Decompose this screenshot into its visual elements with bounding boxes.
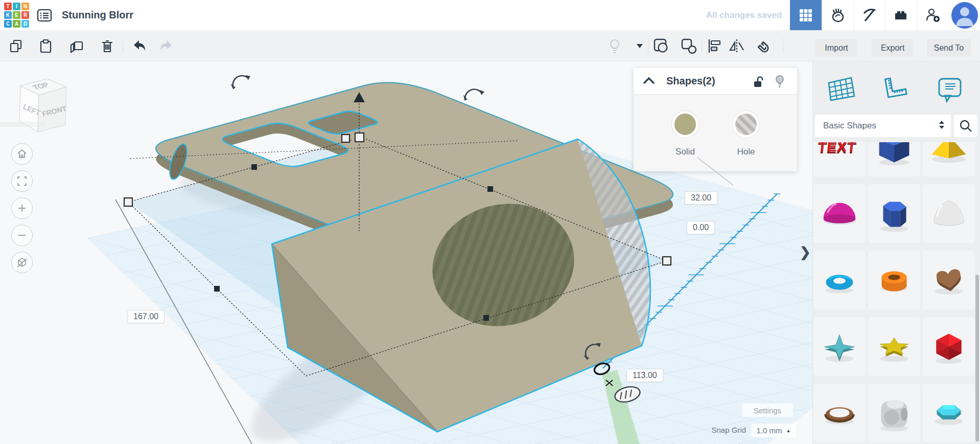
notes-tool-button[interactable] [931,71,968,110]
collapse-chevron-icon[interactable] [643,76,655,86]
design-menu-button[interactable] [34,5,55,26]
solid-swatch[interactable] [672,111,698,138]
tinkercad-app: TOP LEFT FRONT 32.00 0.00 167.00 113.00 … [0,0,980,444]
shape-category-select[interactable]: Basic Shapes [815,115,951,137]
delete-icon[interactable] [99,38,115,54]
shape-tile-box[interactable] [868,142,920,176]
hole-swatch[interactable] [733,111,759,138]
dim-label-width[interactable]: 113.00 [626,369,663,382]
gallery-scrollbar[interactable] [975,275,979,441]
snap-grid-label: Snap Grid [674,426,746,434]
logo-tile: R [21,11,29,19]
copy-icon[interactable] [8,38,25,54]
settings-button[interactable]: Settings [742,404,793,417]
send-to-button[interactable]: Send To [927,39,971,57]
edit-toolbar: Import Export Send To [0,30,980,61]
shape-tile-roof[interactable] [923,142,975,176]
lightbulb-icon[interactable] [774,74,787,91]
grid-view-button[interactable] [790,0,822,30]
view-cube[interactable]: TOP LEFT FRONT [0,79,67,132]
align-icon[interactable] [707,38,723,54]
shape-tile-star4[interactable] [813,317,866,376]
shape-category-value: Basic Shapes [823,121,876,131]
header-bar: TINKERCAD Stunning Blorr All changes sav… [0,0,980,30]
logo-tile: A [13,20,20,28]
inspector-body: Solid Hole [634,95,797,171]
home-view-button[interactable] [11,143,33,165]
shape-tile-gem[interactable] [923,384,975,442]
perspective-toggle-button[interactable] [11,252,33,273]
panel-expand-chevron[interactable]: ❯ [800,245,811,260]
duplicate-icon[interactable] [68,38,85,54]
mirror-icon[interactable] [728,38,744,54]
fit-view-button[interactable] [11,170,33,192]
ruler-tool-button[interactable] [876,71,913,110]
zoom-out-button[interactable] [11,225,33,246]
group-icon[interactable] [652,38,669,54]
shape-tile-half-sphere[interactable] [813,184,866,243]
shape-tile-tube[interactable] [868,251,920,309]
avatar[interactable] [950,1,979,30]
magnet-icon[interactable] [754,38,770,54]
select-caret-icon [939,120,945,132]
shape-tile-star[interactable] [868,317,920,376]
dim-label-height[interactable]: 32.00 [685,191,717,205]
shape-library-panel: Basic Shapes TEXT TEXT [812,61,980,444]
dim-label-length[interactable]: 167.00 [127,310,165,323]
inspector-title: Shapes(2) [666,75,715,87]
hole-label: Hole [715,147,777,157]
logo-tile: D [21,20,29,28]
sim-lab-hand-button[interactable] [822,0,853,30]
ungroup-icon[interactable] [680,38,696,54]
minecraft-pickaxe-button[interactable] [853,0,885,30]
shape-tile-ring[interactable] [813,384,866,442]
shape-tile-heart[interactable] [923,251,975,309]
logo-tile: K [4,11,12,19]
svg-text:TEXT: TEXT [817,142,857,154]
search-button[interactable] [954,115,977,137]
shape-tile-icosahedron[interactable] [923,317,975,376]
design-title[interactable]: Stunning Blorr [62,0,133,30]
snap-grid-value: 1.0 mm [757,426,782,435]
share-person-add-button[interactable] [917,0,948,30]
shape-tile-torus[interactable] [813,251,866,309]
undo-icon[interactable] [131,38,147,54]
redo-icon[interactable] [158,38,175,54]
bricks-button[interactable] [885,0,917,30]
workplane-tool-button[interactable] [822,71,859,110]
show-all-lightbulb-icon[interactable] [606,38,623,54]
snap-grid-dropdown[interactable]: 1.0 mm ▲ [751,424,796,437]
import-button[interactable]: Import [815,39,857,57]
lightbulb-dropdown-caret-icon[interactable] [632,38,648,54]
logo-tile: E [13,11,20,19]
save-status: All changes saved [706,0,782,30]
solid-label: Solid [655,147,716,157]
shape-tile-paraboloid[interactable] [923,184,975,243]
lock-open-icon[interactable] [752,75,765,91]
rotate-handle-top-right[interactable] [462,87,484,103]
zoom-in-button[interactable] [11,197,33,219]
export-button[interactable]: Export [872,39,914,57]
shape-tile-polygon[interactable] [868,184,920,243]
shape-tile-text[interactable]: TEXT TEXT [813,142,866,176]
rotate-handle-top-left[interactable] [230,75,251,90]
inspector-shapes-panel: Shapes(2) Solid Hole [634,68,797,171]
paste-icon[interactable] [38,38,54,54]
logo-tile: T [4,3,12,10]
shape-gallery: TEXT TEXT [813,142,977,444]
logo-tile: I [13,3,20,10]
tinkercad-logo[interactable]: TINKERCAD [4,3,30,28]
inspector-header: Shapes(2) [634,68,797,95]
caret-up-icon: ▲ [786,428,791,433]
dim-label-elevation[interactable]: 0.00 [687,221,715,234]
logo-tile: N [21,3,29,10]
logo-tile: C [4,20,12,28]
shape-tile-dice[interactable] [868,384,920,442]
